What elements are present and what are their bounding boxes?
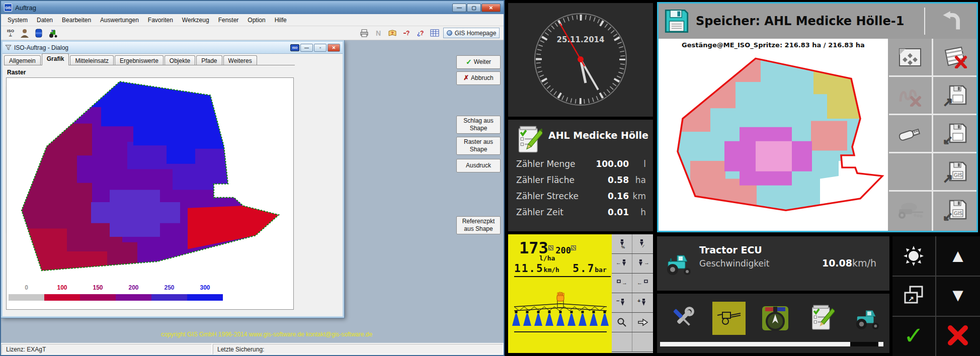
scroll-down-button[interactable]: ▼ <box>937 277 979 314</box>
clock-panel[interactable]: 25.11.2014 <box>508 3 653 117</box>
softkey-section-right-off[interactable]: → <box>612 274 632 293</box>
softkey-boom-fold-right[interactable]: → <box>632 254 653 273</box>
tab-pfade[interactable]: Pfade <box>196 55 222 65</box>
window-switch-button[interactable]: ↗ <box>892 277 935 314</box>
gis-import-button[interactable]: GIS↗ <box>934 153 976 190</box>
menu-auswertungen[interactable]: Auswertungen <box>96 15 143 25</box>
delete-field-button[interactable] <box>934 39 976 75</box>
app-scrollbar[interactable] <box>660 342 883 346</box>
tab-objekte[interactable]: Objekte <box>165 55 195 65</box>
menu-werkzeug[interactable]: Werkzeug <box>178 15 214 25</box>
book-help-icon[interactable]: ? <box>387 28 398 39</box>
softkey-zoom[interactable] <box>612 313 632 332</box>
tab-weiteres[interactable]: Weiteres <box>223 55 257 65</box>
sprayer-app-icon <box>715 306 743 330</box>
down-arrow-icon: ▼ <box>949 286 967 304</box>
sprayer-boom-graphic <box>511 291 610 339</box>
menu-system[interactable]: System <box>3 15 32 25</box>
cancel-button[interactable] <box>937 317 979 354</box>
tractor-ecu-panel[interactable]: Tractor ECU Geschwindigkeit 10.08km/h <box>657 236 889 291</box>
menu-option[interactable]: Option <box>243 15 270 25</box>
dialog-restore-button[interactable]: ▫ <box>314 44 326 52</box>
tab-ergebniswerte[interactable]: Ergebniswerte <box>115 55 164 65</box>
help-red-icon[interactable]: ? <box>401 28 412 39</box>
close-button[interactable]: ✕ <box>481 4 501 12</box>
scrollbar-thumb[interactable] <box>850 342 878 346</box>
app-tasks[interactable] <box>805 302 838 335</box>
softkey-nozzle-onoff[interactable]: ⁄ <box>632 234 653 253</box>
menu-bearbeiten[interactable]: Bearbeiten <box>57 15 96 25</box>
film-grid-icon[interactable] <box>429 28 440 39</box>
print-icon[interactable] <box>359 28 370 39</box>
floppy-disk-icon <box>664 8 690 34</box>
svg-text:→: → <box>644 259 649 265</box>
sprayer-softkeys: % ⁄ ← → → ← − + <box>612 234 653 353</box>
abbruch-button[interactable]: ✗Abbruch <box>456 71 501 85</box>
softkey-nozzle-plus[interactable]: + <box>632 293 653 312</box>
sprayer-panel[interactable]: 173 200 l/ha 11.5km/h 5.7bar <box>508 234 653 353</box>
ausdruck-button[interactable]: Ausdruck <box>456 159 501 172</box>
menu-favoriten[interactable]: Favoriten <box>143 15 178 25</box>
counters-panel[interactable]: AHL Medicke Hölle Zähler Menge100.00l Zä… <box>508 120 653 231</box>
back-button[interactable] <box>931 7 971 36</box>
app-sprayer-active[interactable] <box>712 302 746 335</box>
softkey-boom-fold-left[interactable]: ← <box>612 254 632 273</box>
clock-date: 25.11.2014 <box>508 35 653 44</box>
tab-mitteleinsatz[interactable]: Mitteleinsatz <box>70 55 114 65</box>
pattern-field-button[interactable] <box>889 39 931 75</box>
menu-fenster[interactable]: Fenster <box>214 15 243 25</box>
speicher-panel: Speicher: AHL Medicke Hölle-1 Gestänge@M… <box>657 2 978 232</box>
person-icon[interactable] <box>19 28 30 39</box>
boom-info-text: Gestänge@ME_ISO_Spritze: 216.83 ha / 216… <box>659 41 888 49</box>
n-icon[interactable]: N <box>373 28 384 39</box>
dialog-minimize-button[interactable]: — <box>300 44 313 52</box>
gis-homepage-button[interactable]: GIS Homepage <box>443 28 500 38</box>
barrel-icon[interactable] <box>33 28 44 39</box>
save-export-button[interactable]: ↙ <box>934 115 976 152</box>
dialog-title-bar[interactable]: ISO-Auftrag - Dialog ISO — ▫ ✕ <box>3 42 343 54</box>
referenzpunkt-button[interactable]: Referenzpkt aus Shape <box>456 216 501 234</box>
screen: GIS Auftrag — ▢ ✕ System Daten Bearbeite… <box>0 0 980 356</box>
save-import-button[interactable]: ↗ <box>934 77 976 114</box>
dialog-close-button[interactable]: ✕ <box>328 44 340 52</box>
minimize-button[interactable]: — <box>452 4 466 12</box>
brightness-button[interactable] <box>892 237 935 275</box>
speicher-title: Speicher: AHL Medicke Hölle-1 <box>696 14 904 28</box>
softkey-section-left-off[interactable]: ← <box>632 274 653 293</box>
app-guidance[interactable] <box>759 302 792 335</box>
app-tools[interactable] <box>666 302 699 335</box>
speed-label: Geschwindigkeit <box>699 258 769 269</box>
raster-aus-shape-button[interactable]: Raster aus Shape <box>456 137 501 155</box>
legend-swatch <box>116 294 151 301</box>
tab-grafik[interactable]: Grafik <box>42 53 69 65</box>
confirm-button[interactable]: ✓ <box>892 317 935 354</box>
terminal-controls: ▲ ↗ ▼ ✓ <box>892 236 980 356</box>
tractor-m-icon[interactable]: M <box>47 28 58 39</box>
menu-daten[interactable]: Daten <box>32 15 57 25</box>
softkey-nozzle-minus[interactable]: − <box>612 293 632 312</box>
task-notepad-icon <box>515 126 542 155</box>
field-map-area[interactable]: Gestänge@ME_ISO_Spritze: 216.83 ha / 216… <box>659 39 888 231</box>
weiter-button[interactable]: ✓Weiter <box>456 55 501 69</box>
svg-text:?: ? <box>406 30 410 37</box>
usb-stick-button[interactable] <box>889 115 931 152</box>
tab-allgemein[interactable]: Allgemein <box>4 55 41 65</box>
iso-terminal-icon[interactable]: ISO⊥ <box>5 28 16 39</box>
raster-map-panel[interactable]: 0 100 150 200 250 300 <box>6 77 294 310</box>
tractor-icon <box>665 250 693 277</box>
rate-auto-icon <box>548 245 553 250</box>
app-tractor[interactable] <box>851 302 884 335</box>
dialog-title: ISO-Auftrag - Dialog <box>14 44 68 51</box>
svg-text:↗: ↗ <box>943 95 953 107</box>
menu-hilfe[interactable]: Hilfe <box>270 15 291 25</box>
gis-export-button[interactable]: GIS↙ <box>934 192 976 228</box>
schlag-aus-shape-button[interactable]: Schlag aus Shape <box>456 116 501 134</box>
help-context-icon[interactable]: ¿? <box>415 28 426 39</box>
scroll-up-button[interactable]: ▲ <box>937 237 979 275</box>
softkey-next-screen[interactable] <box>632 313 653 332</box>
title-bar[interactable]: GIS Auftrag — ▢ ✕ <box>1 1 504 14</box>
track-delete-icon <box>897 84 923 107</box>
softkey-nozzle-percent[interactable]: % <box>612 234 632 253</box>
maximize-button[interactable]: ▢ <box>467 4 481 12</box>
window-title: Auftrag <box>15 4 36 12</box>
